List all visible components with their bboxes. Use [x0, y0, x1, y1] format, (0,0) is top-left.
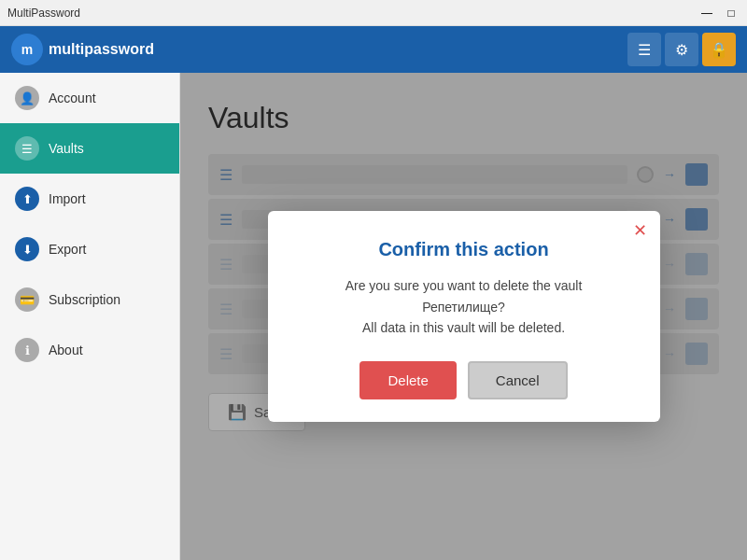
window-controls: — □ [698, 5, 740, 21]
minimize-button[interactable]: — [698, 5, 715, 21]
maximize-button[interactable]: □ [723, 5, 740, 21]
sidebar-item-export[interactable]: ⬇ Export [0, 224, 179, 274]
delete-button[interactable]: Delete [359, 361, 456, 399]
dialog-close-button[interactable]: ✕ [633, 222, 647, 239]
sidebar-item-about[interactable]: ℹ About [0, 325, 179, 375]
modal-overlay: ✕ Confirm this action Are you sure you w… [180, 73, 747, 560]
vaults-icon: ☰ [15, 136, 39, 161]
dialog-body-line2: All data in this vault will be deleted. [362, 320, 565, 335]
dialog-title: Confirm this action [296, 239, 632, 260]
import-icon: ⬆ [15, 187, 39, 211]
sidebar-label-import: Import [49, 191, 86, 206]
logo: m multipassword [11, 34, 154, 65]
subscription-icon: 💳 [15, 287, 39, 312]
settings-button[interactable]: ⚙ [665, 33, 698, 66]
titlebar: MultiPassword — □ [0, 0, 747, 26]
sidebar-label-subscription: Subscription [49, 292, 120, 307]
sidebar-item-vaults[interactable]: ☰ Vaults [0, 123, 179, 174]
dialog-vault-name: Репетилище? [422, 300, 505, 315]
user-button[interactable]: 🔒 [702, 33, 736, 66]
notes-button[interactable]: ☰ [627, 33, 661, 66]
header-icons: ☰ ⚙ 🔒 [627, 33, 736, 66]
app-header: m multipassword ☰ ⚙ 🔒 [0, 26, 747, 73]
dialog-body: Are you sure you want to delete the vaul… [296, 275, 632, 338]
sidebar-item-subscription[interactable]: 💳 Subscription [0, 274, 179, 325]
dialog-body-line1: Are you sure you want to delete the vaul… [345, 278, 583, 293]
sidebar-label-vaults: Vaults [49, 141, 84, 156]
main-content: Vaults ☰ → ☰ → ☰ → [180, 73, 747, 560]
sidebar-label-export: Export [49, 242, 86, 257]
cancel-button[interactable]: Cancel [468, 361, 568, 399]
sidebar: 👤 Account ☰ Vaults ⬆ Import ⬇ Export 💳 S… [0, 73, 180, 560]
sidebar-label-about: About [49, 343, 83, 357]
about-icon: ℹ [15, 338, 39, 362]
export-icon: ⬇ [15, 237, 39, 261]
app-title: MultiPassword [7, 7, 80, 20]
logo-text: multipassword [49, 41, 154, 58]
sidebar-item-import[interactable]: ⬆ Import [0, 174, 179, 224]
dialog-actions: Delete Cancel [296, 361, 632, 399]
account-icon: 👤 [15, 86, 39, 110]
app-body: 👤 Account ☰ Vaults ⬆ Import ⬇ Export 💳 S… [0, 73, 747, 560]
sidebar-item-account[interactable]: 👤 Account [0, 73, 179, 123]
logo-icon: m [11, 34, 43, 65]
sidebar-label-account: Account [49, 91, 96, 105]
confirm-dialog: ✕ Confirm this action Are you sure you w… [268, 211, 660, 421]
